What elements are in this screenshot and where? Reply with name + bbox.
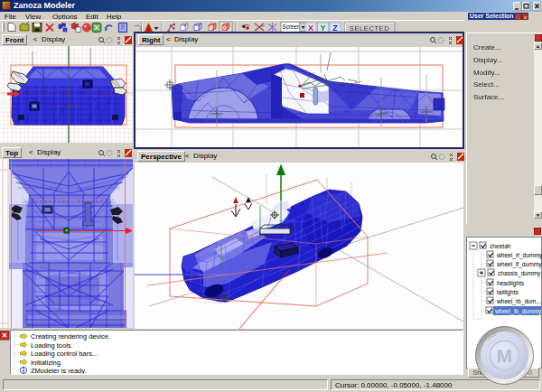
svg-text:wheel_lf_dummy: wheel_lf_dummy	[496, 261, 542, 268]
svg-text:taillights: taillights	[497, 289, 519, 296]
svg-text:wheel_lb_dummy: wheel_lb_dummy	[494, 308, 542, 315]
svg-text:wheel_rf_dummy: wheel_rf_dummy	[496, 252, 542, 259]
svg-text:Screen: Screen	[283, 23, 301, 30]
svg-text:ZModeler is ready.: ZModeler is ready.	[31, 367, 87, 375]
svg-text:M: M	[497, 345, 512, 366]
svg-text:headlights: headlights	[497, 280, 525, 287]
svg-text:Creating rendering device.: Creating rendering device.	[31, 332, 110, 341]
svg-text:Loading tools.: Loading tools.	[31, 341, 73, 350]
svg-text:wheel_rb_dum...: wheel_rb_dum...	[496, 298, 541, 305]
svg-text:Loading control bars...: Loading control bars...	[31, 350, 98, 358]
svg-text:chassis_dummy: chassis_dummy	[498, 270, 541, 277]
svg-text:Initializing.: Initializing.	[31, 359, 62, 367]
svg-text:cheetah: cheetah	[490, 243, 511, 249]
